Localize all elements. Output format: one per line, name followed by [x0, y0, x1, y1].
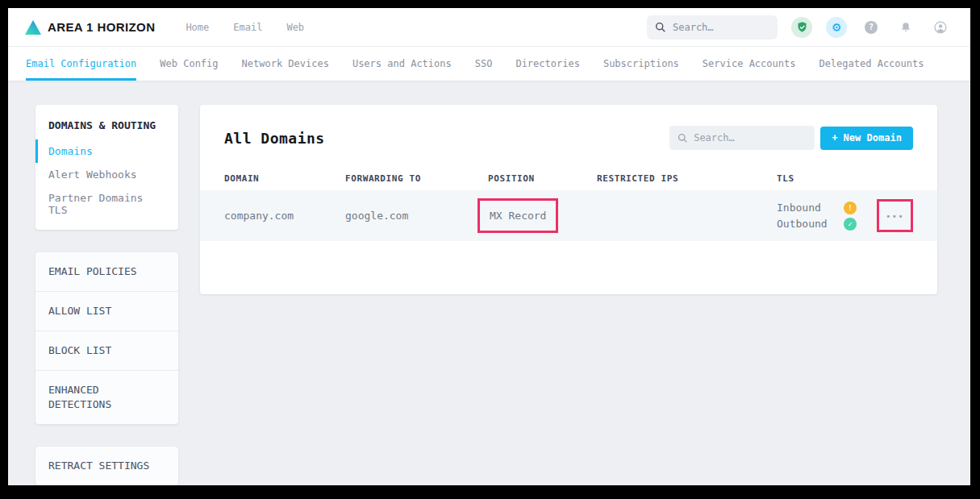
- sidebar-item-enhanced-detections[interactable]: ENHANCED DETECTIONS: [35, 371, 178, 424]
- logo[interactable]: AREA 1 HORIZON: [24, 19, 155, 35]
- section-tabs: Email Configuration Web Config Network D…: [8, 47, 970, 81]
- sidebar-item-email-policies[interactable]: EMAIL POLICIES: [35, 252, 178, 292]
- check-icon: ✓: [844, 218, 857, 231]
- tls-outbound-row: Outbound ✓: [777, 218, 857, 231]
- domain-cell: company.com: [224, 210, 345, 222]
- gear-icon: ⚙: [832, 20, 840, 34]
- warning-icon: !: [844, 202, 857, 214]
- security-status-button[interactable]: [791, 17, 812, 38]
- nav-item-email[interactable]: Email: [233, 22, 262, 33]
- tls-inbound-label: Inbound: [777, 202, 844, 214]
- content-area: DOMAINS & ROUTING Domains Alert Webhooks…: [8, 81, 970, 485]
- nav-item-home[interactable]: Home: [186, 22, 209, 33]
- table-header-row: DOMAIN FORWARDING TO POSITION RESTRICTED…: [200, 166, 937, 190]
- domain-search-input[interactable]: [694, 132, 807, 143]
- search-icon: [678, 133, 688, 143]
- tab-service-accounts[interactable]: Service Accounts: [703, 47, 796, 81]
- new-domain-button[interactable]: + New Domain: [820, 127, 913, 150]
- sidebar-item-partner-domains-tls[interactable]: Partner Domains TLS: [35, 186, 178, 222]
- sidebar-item-domains[interactable]: Domains: [35, 139, 178, 163]
- top-nav: Home Email Web: [186, 22, 304, 33]
- tab-network-devices[interactable]: Network Devices: [242, 47, 329, 81]
- position-annotation-box: MX Record: [477, 198, 558, 233]
- column-header-position: POSITION: [488, 173, 597, 184]
- sidebar: DOMAINS & ROUTING Domains Alert Webhooks…: [35, 105, 178, 485]
- row-menu-button[interactable]: •••: [886, 211, 904, 222]
- policies-card: EMAIL POLICIES ALLOW LIST BLOCK LIST ENH…: [35, 252, 178, 424]
- nav-item-web[interactable]: Web: [286, 22, 304, 33]
- column-header-forwarding-to: FORWARDING TO: [345, 173, 488, 184]
- sidebar-item-allow-list[interactable]: ALLOW LIST: [35, 292, 178, 331]
- sidebar-item-retract-settings[interactable]: RETRACT SETTINGS: [35, 447, 178, 485]
- settings-button[interactable]: ⚙: [826, 17, 847, 38]
- top-bar: AREA 1 HORIZON Home Email Web ⚙ ?: [8, 8, 970, 47]
- shield-check-icon: [796, 21, 808, 33]
- bell-icon: [899, 21, 912, 34]
- domains-routing-card: DOMAINS & ROUTING Domains Alert Webhooks…: [35, 105, 178, 230]
- notifications-button[interactable]: [895, 17, 916, 38]
- tab-directories[interactable]: Directories: [515, 47, 579, 81]
- column-header-restricted-ips: RESTRICTED IPS: [597, 173, 777, 184]
- sidebar-section-title: DOMAINS & ROUTING: [35, 116, 178, 139]
- tab-email-configuration[interactable]: Email Configuration: [26, 47, 136, 81]
- sidebar-item-alert-webhooks[interactable]: Alert Webhooks: [35, 163, 178, 186]
- user-icon: [933, 20, 948, 35]
- row-menu-annotation-box: •••: [877, 199, 913, 232]
- help-icon: ?: [865, 21, 878, 34]
- tls-status-list: Inbound ! Outbound ✓: [777, 202, 857, 231]
- tls-inbound-row: Inbound !: [777, 202, 857, 214]
- domain-search[interactable]: [669, 126, 815, 150]
- column-header-domain: DOMAIN: [224, 173, 345, 184]
- search-icon: [655, 22, 666, 33]
- tab-delegated-accounts[interactable]: Delegated Accounts: [819, 47, 924, 81]
- retract-settings-card: RETRACT SETTINGS: [35, 447, 178, 485]
- tls-cell: Inbound ! Outbound ✓ •••: [777, 199, 913, 232]
- tls-outbound-label: Outbound: [777, 218, 844, 230]
- tab-web-config[interactable]: Web Config: [160, 47, 218, 81]
- card-header: All Domains + New Domain: [200, 105, 937, 166]
- tab-sso[interactable]: SSO: [475, 47, 493, 81]
- tab-subscriptions[interactable]: Subscriptions: [603, 47, 679, 81]
- column-header-tls: TLS: [777, 173, 913, 184]
- table-row: company.com google.com MX Record Inbound…: [200, 190, 937, 241]
- card-header-actions: + New Domain: [669, 126, 913, 150]
- app-window: AREA 1 HORIZON Home Email Web ⚙ ?: [8, 8, 970, 485]
- page-title: All Domains: [224, 130, 325, 147]
- logo-triangle-icon: [24, 19, 42, 35]
- global-search[interactable]: [647, 15, 778, 40]
- help-button[interactable]: ?: [861, 17, 882, 38]
- logo-text: AREA 1 HORIZON: [48, 20, 155, 34]
- sidebar-item-block-list[interactable]: BLOCK LIST: [35, 331, 178, 371]
- position-value: MX Record: [490, 210, 546, 222]
- tab-users-and-actions[interactable]: Users and Actions: [352, 47, 452, 81]
- account-button[interactable]: [930, 17, 951, 38]
- global-search-input[interactable]: [673, 22, 769, 33]
- top-bar-right: ⚙ ?: [647, 15, 951, 40]
- forwarding-to-cell: google.com: [345, 210, 488, 222]
- all-domains-card: All Domains + New Domain DOMAIN FORWARDI…: [200, 105, 937, 294]
- position-cell: MX Record: [488, 198, 597, 233]
